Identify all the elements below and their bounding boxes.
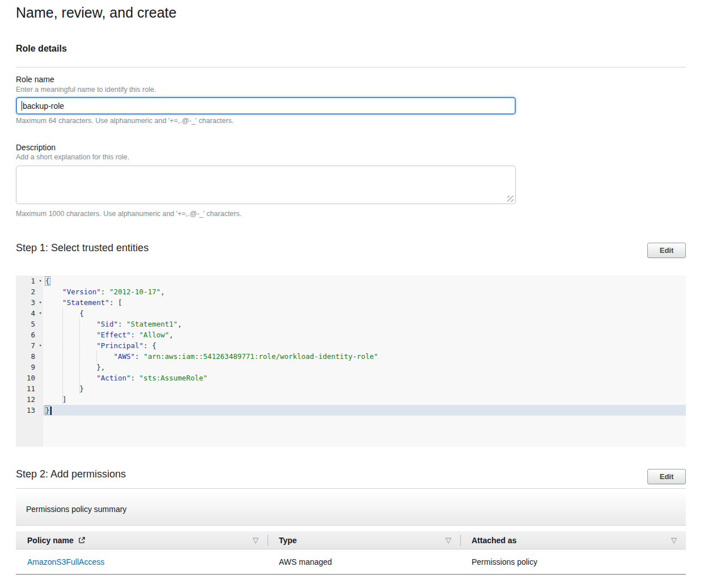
code-token: , bbox=[177, 320, 182, 328]
input-caret bbox=[22, 101, 22, 111]
line-number: 13 bbox=[16, 405, 43, 416]
code-token: "AWS" bbox=[113, 352, 135, 361]
code-token bbox=[45, 298, 62, 307]
edit-permissions-button[interactable]: Edit bbox=[647, 469, 686, 484]
code-token bbox=[45, 352, 113, 361]
column-header-attached-as: Attached as ▽ bbox=[460, 531, 686, 549]
policy-name-link[interactable]: AmazonS3FullAccess bbox=[27, 557, 104, 566]
code-line: }, bbox=[43, 362, 686, 373]
fold-arrow-icon[interactable]: ▾ bbox=[39, 340, 42, 351]
role-name-value: backup-role bbox=[23, 101, 64, 111]
code-token: : [ bbox=[109, 298, 122, 307]
edit-trusted-entities-button[interactable]: Edit bbox=[647, 243, 686, 258]
description-constraint: Maximum 1000 characters. Use alphanumeri… bbox=[16, 210, 241, 218]
description-hint: Add a short explanation for this role. bbox=[16, 153, 129, 162]
code-token bbox=[45, 287, 62, 296]
permissions-summary-header: Permissions policy summary bbox=[16, 493, 686, 526]
resize-handle-icon[interactable] bbox=[507, 196, 514, 202]
permissions-summary-title: Permissions policy summary bbox=[26, 505, 126, 514]
policy-type-cell: AWS managed bbox=[268, 557, 460, 566]
line-number: 10 bbox=[16, 373, 43, 383]
filter-icon[interactable]: ▽ bbox=[446, 536, 451, 544]
line-number: 3▾ bbox=[16, 297, 43, 308]
code-token: "Statement" bbox=[62, 298, 109, 307]
line-number: 5 bbox=[16, 319, 43, 329]
text-caret bbox=[50, 407, 52, 415]
fold-arrow-icon[interactable]: ▾ bbox=[39, 308, 42, 319]
line-number: 9 bbox=[16, 362, 43, 373]
code-token: "sts:AssumeRole" bbox=[139, 374, 207, 382]
code-token: : bbox=[118, 320, 126, 328]
code-token: "2012-10-17" bbox=[109, 287, 160, 296]
code-token: "Principal" bbox=[96, 341, 143, 350]
role-details-heading: Role details bbox=[16, 44, 67, 54]
line-number: 6 bbox=[16, 329, 43, 340]
line-number: 2 bbox=[16, 286, 43, 297]
column-header-type: Type ▽ bbox=[268, 531, 460, 549]
role-name-input[interactable]: backup-role bbox=[16, 97, 516, 115]
filter-icon[interactable]: ▽ bbox=[671, 536, 677, 544]
code-token: } bbox=[45, 406, 50, 414]
code-token: "Statement1" bbox=[126, 320, 177, 328]
role-name-constraint: Maximum 64 characters. Use alphanumeric … bbox=[16, 117, 234, 125]
editor-gutter: 1▾23▾4▾567▾8910111213 bbox=[16, 276, 43, 447]
page-title: Name, review, and create bbox=[16, 3, 176, 22]
column-header-policy-name: Policy name ▽ bbox=[16, 531, 268, 549]
code-token bbox=[45, 320, 96, 328]
column-divider bbox=[460, 535, 461, 546]
code-token: : bbox=[131, 374, 139, 382]
code-token bbox=[45, 341, 96, 350]
code-token: "Action" bbox=[96, 374, 130, 382]
code-line: "Action": "sts:AssumeRole" bbox=[43, 373, 686, 383]
code-line: "Effect": "Allow", bbox=[43, 329, 686, 340]
code-line: ] bbox=[43, 394, 686, 405]
code-token: { bbox=[45, 309, 84, 318]
code-line: "Sid": "Statement1", bbox=[43, 319, 686, 329]
code-token: "Effect" bbox=[96, 331, 130, 339]
policy-name-cell: AmazonS3FullAccess bbox=[16, 557, 268, 566]
code-line: { bbox=[43, 276, 686, 286]
fold-arrow-icon[interactable]: ▾ bbox=[39, 276, 42, 286]
line-number: 7▾ bbox=[16, 340, 43, 351]
code-token: }, bbox=[45, 363, 105, 371]
trust-policy-editor[interactable]: 1▾23▾4▾567▾8910111213 { "Version": "2012… bbox=[16, 276, 686, 447]
column-label: Type bbox=[279, 536, 297, 545]
code-token: { bbox=[45, 277, 50, 285]
name-review-create-page: Name, review, and create Role details Ro… bbox=[0, 0, 704, 588]
code-line: } bbox=[43, 405, 686, 416]
step2-heading: Step 2: Add permissions bbox=[16, 467, 126, 481]
code-token: "Sid" bbox=[96, 320, 118, 328]
line-number: 4▾ bbox=[16, 308, 43, 319]
code-token: "Version" bbox=[62, 287, 101, 296]
code-token: , bbox=[160, 287, 165, 296]
code-token: , bbox=[169, 331, 173, 339]
code-line: "Principal": { bbox=[43, 340, 686, 351]
attached-as-cell: Permissions policy bbox=[460, 557, 686, 566]
code-token bbox=[45, 374, 96, 382]
code-token: : bbox=[135, 352, 143, 361]
role-name-label: Role name bbox=[16, 75, 54, 84]
code-token: "Allow" bbox=[139, 331, 169, 339]
code-token: "arn:aws:iam::541263489771:role/workload… bbox=[143, 352, 378, 361]
column-label: Attached as bbox=[472, 536, 516, 545]
table-row: AmazonS3FullAccessAWS managedPermissions… bbox=[16, 549, 686, 575]
code-token: : bbox=[101, 287, 109, 296]
line-number: 11 bbox=[16, 383, 43, 394]
role-name-hint: Enter a meaningful name to identify this… bbox=[16, 86, 156, 94]
line-number: 8 bbox=[16, 351, 43, 362]
filter-icon[interactable]: ▽ bbox=[253, 536, 258, 544]
line-number: 1▾ bbox=[16, 276, 43, 286]
divider bbox=[16, 488, 686, 489]
code-token: } bbox=[45, 384, 84, 393]
external-link-icon bbox=[78, 536, 86, 544]
code-token bbox=[45, 331, 96, 339]
description-label: Description bbox=[16, 143, 56, 153]
code-line: "Statement": [ bbox=[43, 297, 686, 308]
code-token: : bbox=[131, 331, 139, 339]
column-divider bbox=[268, 535, 268, 546]
description-textarea[interactable] bbox=[16, 166, 516, 204]
code-token: : { bbox=[143, 341, 156, 350]
fold-arrow-icon[interactable]: ▾ bbox=[39, 297, 42, 308]
table-header: Policy name ▽ Type ▽ Attached as ▽ bbox=[16, 531, 686, 549]
code-line: "Version": "2012-10-17", bbox=[43, 286, 686, 297]
